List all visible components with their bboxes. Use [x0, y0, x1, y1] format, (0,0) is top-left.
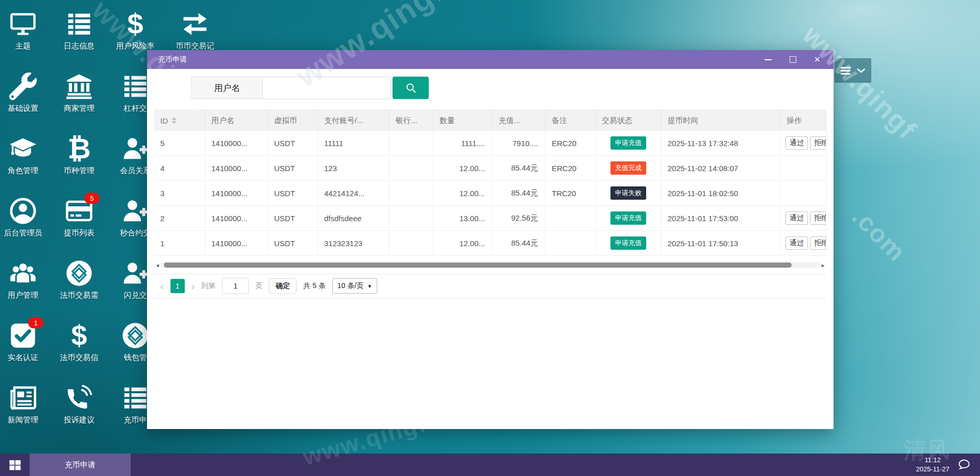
approve-button[interactable]: 通过 [786, 136, 808, 150]
reject-button[interactable]: 拒绝 [810, 136, 826, 150]
desktop-icon[interactable]: 法币交易需 [51, 259, 107, 322]
desktop-icon[interactable]: 5 提币列表 [51, 197, 107, 259]
desktop-icon-label: 秒合约交 [120, 228, 151, 238]
phone-icon [65, 384, 93, 412]
desktop-icon[interactable]: ₿ 币种管理 [51, 135, 107, 197]
desktop-icon[interactable]: 投诉建议 [51, 384, 107, 446]
operations-cell: 通过拒绝 [780, 231, 826, 255]
table-cell: ERC20 [546, 156, 596, 180]
column-header-label: 支付账号/... [324, 116, 363, 126]
monitor-icon [9, 10, 37, 38]
table-cell: 7910.... [493, 131, 546, 155]
approve-button[interactable]: 通过 [786, 236, 808, 250]
desktop-icon[interactable]: $ 法币交易信 [51, 322, 107, 384]
exchange-circle-icon [121, 322, 149, 349]
bank-icon [65, 73, 93, 100]
status-badge: 申请充值 [610, 211, 646, 225]
page-1-button[interactable]: 1 [170, 279, 185, 293]
deposit-table: ID用户名虚拟币支付账号/...银行...数量充值...备注交易状态提币时间操作… [154, 110, 826, 256]
desktop-icon-grid: 主题 日志信息 $ 用户风险率 基础设置 商家管理 杠杆交 [0, 10, 163, 446]
goto-page-input[interactable] [222, 278, 249, 294]
table-row: 41410000...USDT12312.00...85.44元ERC20充值完… [154, 156, 826, 181]
table-cell: USDT [268, 156, 318, 180]
page-size-select[interactable]: 10 条/页 ▼ [332, 278, 377, 294]
scroll-left-arrow[interactable]: ◄ [154, 263, 161, 268]
select-caret-icon: ▼ [367, 283, 372, 289]
horizontal-scrollbar[interactable]: ◄ ► [154, 261, 826, 269]
goto-page-suffix: 页 [255, 281, 262, 291]
hamburger-menu-icon[interactable] [841, 67, 850, 75]
minimize-button[interactable] [756, 50, 780, 69]
user-circle-icon [9, 197, 37, 225]
table-cell: USDT [268, 181, 318, 205]
check-square-icon: 1 [9, 322, 37, 349]
desktop-icon[interactable]: 主题 [0, 10, 51, 73]
taskbar-clock[interactable]: 11:12 2025-11-27 [916, 456, 949, 473]
table-cell [389, 156, 433, 180]
table-cell: 12.00... [433, 156, 493, 180]
desktop-icon[interactable]: 日志信息 [51, 10, 107, 73]
prev-page-button[interactable]: ‹ [160, 281, 164, 291]
desktop-icon[interactable]: 角色管理 [0, 135, 51, 197]
chevron-down-icon[interactable] [857, 66, 865, 75]
operations-cell [780, 181, 826, 205]
scrollbar-thumb[interactable] [164, 263, 792, 268]
taskbar-task-deposit-request[interactable]: 充币申请 [30, 454, 131, 476]
desktop-icon[interactable]: 商家管理 [51, 73, 107, 135]
next-page-button[interactable]: › [191, 281, 195, 291]
reject-button[interactable]: 拒绝 [810, 236, 826, 250]
desktop-icon-label: 提币列表 [64, 228, 94, 238]
table-cell: TRC20 [546, 181, 596, 205]
status-cell: 充值完成 [596, 156, 662, 180]
desktop-icon[interactable]: 基础设置 [0, 73, 51, 135]
table-cell: 312323123 [318, 231, 389, 255]
table-cell: 85.44元 [493, 231, 546, 255]
desktop-icon[interactable]: 币币交易记 [167, 10, 223, 51]
desktop-icon[interactable]: 用户管理 [0, 259, 51, 322]
desktop-icon[interactable]: 1 实名认证 [0, 322, 51, 384]
search-button[interactable] [393, 77, 429, 99]
goto-page-label: 到第 [201, 281, 215, 291]
clock-date: 2025-11-27 [916, 465, 949, 474]
desktop-icon[interactable]: 后台管理员 [0, 197, 51, 259]
table-cell: 2 [154, 206, 205, 230]
scrollbar-track[interactable] [161, 262, 820, 268]
table-cell: 1410000... [205, 206, 268, 230]
table-cell: 92.56元 [493, 206, 546, 230]
table-cell: 1410000... [205, 131, 268, 155]
desktop-icon[interactable]: 新闻管理 [0, 384, 51, 446]
column-header-label: 交易状态 [602, 116, 632, 126]
desktop-icon-label: 商家管理 [64, 104, 94, 113]
column-header[interactable]: ID [154, 110, 205, 131]
swap-icon [181, 10, 209, 38]
table-row: 21410000...USDTdfsdfsdeee13.00...92.56元申… [154, 206, 826, 231]
desktop-icon-label: 会员关系 [120, 166, 151, 176]
table-cell: 13.00... [433, 206, 493, 230]
table-cell [546, 231, 596, 255]
taskbar: 充币申请 11:12 2025-11-27 [0, 454, 980, 476]
window-titlebar[interactable]: 充币申请 × [147, 50, 834, 69]
table-cell: 5 [154, 131, 205, 155]
username-search-input[interactable] [262, 77, 391, 99]
start-button[interactable] [0, 454, 30, 476]
column-header-label: 银行... [396, 116, 418, 126]
scroll-right-arrow[interactable]: ► [820, 263, 826, 268]
table-cell: dfsdfsdeee [318, 206, 389, 230]
desktop-icon-label: 闪兑交 [124, 291, 147, 300]
approve-button[interactable]: 通过 [786, 211, 808, 225]
desktop-icon-label: 用户管理 [8, 291, 38, 300]
close-button[interactable]: × [805, 50, 829, 69]
column-header-label: 数量 [439, 116, 455, 126]
user-plus-icon [121, 259, 149, 287]
column-header: 用户名 [205, 110, 268, 131]
confirm-page-button[interactable]: 确定 [269, 278, 297, 294]
table-row: 51410000...USDT111111111....7910....ERC2… [154, 131, 826, 156]
column-header: 银行... [389, 110, 433, 131]
time-cell: 2025-11-01 17:50:13 [662, 231, 780, 255]
maximize-button[interactable] [780, 50, 805, 69]
reject-button[interactable]: 拒绝 [810, 211, 826, 225]
sort-carets-icon[interactable] [172, 117, 177, 124]
desktop-icon-label: 币种管理 [64, 166, 94, 176]
chat-bubble-icon[interactable] [958, 458, 971, 471]
table-cell [389, 131, 433, 155]
